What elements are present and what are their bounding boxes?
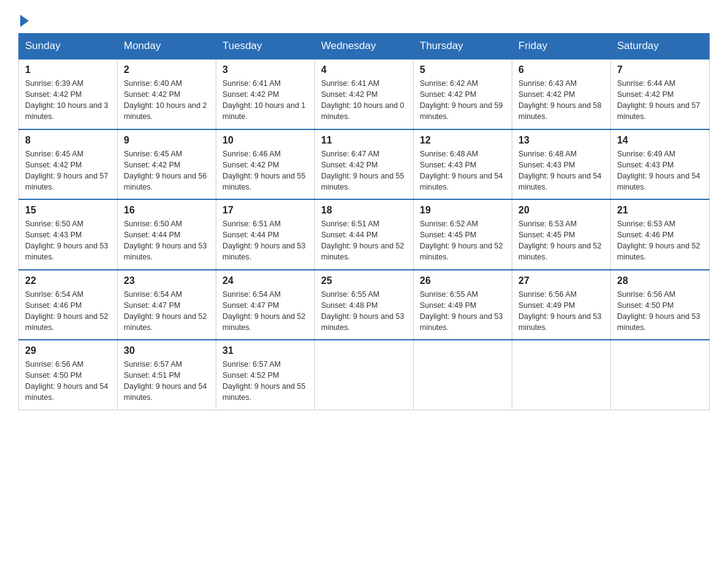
sunrise-label: Sunrise: 6:54 AM — [222, 290, 281, 299]
daylight-label: Daylight: 9 hours and 52 minutes. — [617, 242, 700, 261]
sunset-label: Sunset: 4:45 PM — [518, 231, 575, 239]
sunset-label: Sunset: 4:49 PM — [518, 301, 575, 310]
sunset-label: Sunset: 4:51 PM — [124, 371, 180, 380]
sunset-label: Sunset: 4:42 PM — [321, 161, 377, 169]
day-info: Sunrise: 6:46 AM Sunset: 4:42 PM Dayligh… — [222, 148, 308, 193]
calendar-table: SundayMondayTuesdayWednesdayThursdayFrid… — [18, 33, 710, 410]
daylight-label: Daylight: 9 hours and 52 minutes. — [518, 242, 602, 261]
daylight-label: Daylight: 10 hours and 1 minute. — [222, 101, 306, 121]
day-info: Sunrise: 6:56 AM Sunset: 4:50 PM Dayligh… — [25, 359, 111, 404]
daylight-label: Daylight: 9 hours and 55 minutes. — [321, 172, 404, 191]
sunset-label: Sunset: 4:44 PM — [124, 231, 180, 239]
day-info: Sunrise: 6:41 AM Sunset: 4:42 PM Dayligh… — [222, 78, 308, 123]
daylight-label: Daylight: 9 hours and 57 minutes. — [617, 101, 700, 121]
sunrise-label: Sunrise: 6:50 AM — [25, 220, 83, 228]
daylight-label: Daylight: 9 hours and 52 minutes. — [124, 312, 207, 332]
calendar-day-cell: 11 Sunrise: 6:47 AM Sunset: 4:42 PM Dayl… — [315, 129, 414, 200]
day-number: 17 — [222, 205, 308, 216]
sunrise-label: Sunrise: 6:41 AM — [222, 79, 281, 88]
sunrise-label: Sunrise: 6:48 AM — [518, 150, 577, 158]
daylight-label: Daylight: 9 hours and 59 minutes. — [420, 101, 503, 121]
day-number: 20 — [518, 205, 604, 216]
logo — [18, 12, 29, 23]
calendar-day-cell: 18 Sunrise: 6:51 AM Sunset: 4:44 PM Dayl… — [315, 199, 414, 270]
day-info: Sunrise: 6:51 AM Sunset: 4:44 PM Dayligh… — [222, 218, 308, 263]
sunset-label: Sunset: 4:42 PM — [617, 90, 673, 99]
sunset-label: Sunset: 4:47 PM — [124, 301, 180, 310]
sunset-label: Sunset: 4:42 PM — [321, 90, 377, 99]
daylight-label: Daylight: 9 hours and 53 minutes. — [25, 242, 108, 261]
daylight-label: Daylight: 9 hours and 53 minutes. — [518, 312, 602, 332]
sunrise-label: Sunrise: 6:44 AM — [617, 79, 675, 88]
sunrise-label: Sunrise: 6:54 AM — [25, 290, 83, 299]
sunset-label: Sunset: 4:42 PM — [222, 90, 279, 99]
sunset-label: Sunset: 4:42 PM — [518, 90, 575, 99]
daylight-label: Daylight: 9 hours and 55 minutes. — [222, 172, 306, 191]
day-number: 30 — [124, 345, 210, 356]
weekday-header-thursday: Thursday — [414, 34, 512, 59]
calendar-week-row: 15 Sunrise: 6:50 AM Sunset: 4:43 PM Dayl… — [19, 199, 710, 270]
sunset-label: Sunset: 4:47 PM — [222, 301, 279, 310]
sunset-label: Sunset: 4:44 PM — [222, 231, 279, 239]
sunrise-label: Sunrise: 6:55 AM — [420, 290, 478, 299]
sunrise-label: Sunrise: 6:48 AM — [420, 150, 478, 158]
calendar-day-cell: 10 Sunrise: 6:46 AM Sunset: 4:42 PM Dayl… — [216, 129, 315, 200]
day-number: 5 — [420, 64, 506, 75]
daylight-label: Daylight: 9 hours and 53 minutes. — [420, 312, 503, 332]
sunrise-label: Sunrise: 6:47 AM — [321, 150, 379, 158]
calendar-day-cell: 30 Sunrise: 6:57 AM Sunset: 4:51 PM Dayl… — [118, 340, 216, 410]
sunset-label: Sunset: 4:42 PM — [222, 161, 279, 169]
day-number: 25 — [321, 275, 407, 286]
sunrise-label: Sunrise: 6:52 AM — [420, 220, 478, 228]
daylight-label: Daylight: 9 hours and 54 minutes. — [25, 382, 108, 402]
sunrise-label: Sunrise: 6:45 AM — [124, 150, 182, 158]
calendar-week-row: 1 Sunrise: 6:39 AM Sunset: 4:42 PM Dayli… — [19, 59, 710, 129]
day-number: 9 — [124, 135, 210, 146]
day-info: Sunrise: 6:57 AM Sunset: 4:51 PM Dayligh… — [124, 359, 210, 404]
day-number: 1 — [25, 64, 111, 75]
day-info: Sunrise: 6:49 AM Sunset: 4:43 PM Dayligh… — [617, 148, 703, 193]
day-number: 10 — [222, 135, 308, 146]
calendar-week-row: 8 Sunrise: 6:45 AM Sunset: 4:42 PM Dayli… — [19, 129, 710, 200]
sunset-label: Sunset: 4:44 PM — [321, 231, 377, 239]
calendar-day-cell: 8 Sunrise: 6:45 AM Sunset: 4:42 PM Dayli… — [19, 129, 118, 200]
day-info: Sunrise: 6:56 AM Sunset: 4:49 PM Dayligh… — [518, 289, 604, 334]
calendar-day-cell: 14 Sunrise: 6:49 AM Sunset: 4:43 PM Dayl… — [611, 129, 710, 200]
calendar-day-cell: 27 Sunrise: 6:56 AM Sunset: 4:49 PM Dayl… — [512, 270, 611, 340]
calendar-day-cell: 31 Sunrise: 6:57 AM Sunset: 4:52 PM Dayl… — [216, 340, 315, 410]
sunset-label: Sunset: 4:45 PM — [420, 231, 476, 239]
day-info: Sunrise: 6:53 AM Sunset: 4:45 PM Dayligh… — [518, 218, 604, 263]
weekday-header-row: SundayMondayTuesdayWednesdayThursdayFrid… — [19, 34, 710, 59]
day-info: Sunrise: 6:42 AM Sunset: 4:42 PM Dayligh… — [420, 78, 506, 123]
daylight-label: Daylight: 9 hours and 54 minutes. — [420, 172, 503, 191]
day-number: 31 — [222, 345, 308, 356]
sunset-label: Sunset: 4:50 PM — [617, 301, 673, 310]
calendar-day-cell — [512, 340, 611, 410]
sunrise-label: Sunrise: 6:54 AM — [124, 290, 182, 299]
sunrise-label: Sunrise: 6:55 AM — [321, 290, 379, 299]
day-info: Sunrise: 6:55 AM Sunset: 4:48 PM Dayligh… — [321, 289, 407, 334]
daylight-label: Daylight: 9 hours and 53 minutes. — [617, 312, 700, 332]
sunrise-label: Sunrise: 6:43 AM — [518, 79, 577, 88]
day-info: Sunrise: 6:54 AM Sunset: 4:47 PM Dayligh… — [222, 289, 308, 334]
day-info: Sunrise: 6:39 AM Sunset: 4:42 PM Dayligh… — [25, 78, 111, 123]
calendar-day-cell: 2 Sunrise: 6:40 AM Sunset: 4:42 PM Dayli… — [118, 59, 216, 129]
calendar-day-cell: 12 Sunrise: 6:48 AM Sunset: 4:43 PM Dayl… — [414, 129, 512, 200]
calendar-day-cell: 15 Sunrise: 6:50 AM Sunset: 4:43 PM Dayl… — [19, 199, 118, 270]
daylight-label: Daylight: 9 hours and 52 minutes. — [321, 242, 404, 261]
daylight-label: Daylight: 10 hours and 0 minutes. — [321, 101, 404, 121]
day-number: 7 — [617, 64, 703, 75]
sunrise-label: Sunrise: 6:53 AM — [518, 220, 577, 228]
page-header — [18, 12, 710, 23]
calendar-day-cell: 6 Sunrise: 6:43 AM Sunset: 4:42 PM Dayli… — [512, 59, 611, 129]
day-info: Sunrise: 6:48 AM Sunset: 4:43 PM Dayligh… — [420, 148, 506, 193]
calendar-day-cell: 22 Sunrise: 6:54 AM Sunset: 4:46 PM Dayl… — [19, 270, 118, 340]
calendar-day-cell: 5 Sunrise: 6:42 AM Sunset: 4:42 PM Dayli… — [414, 59, 512, 129]
day-number: 22 — [25, 275, 111, 286]
daylight-label: Daylight: 9 hours and 54 minutes. — [617, 172, 700, 191]
sunrise-label: Sunrise: 6:46 AM — [222, 150, 281, 158]
daylight-label: Daylight: 10 hours and 3 minutes. — [25, 101, 108, 121]
daylight-label: Daylight: 9 hours and 54 minutes. — [124, 382, 207, 402]
day-info: Sunrise: 6:41 AM Sunset: 4:42 PM Dayligh… — [321, 78, 407, 123]
sunrise-label: Sunrise: 6:57 AM — [222, 360, 281, 369]
